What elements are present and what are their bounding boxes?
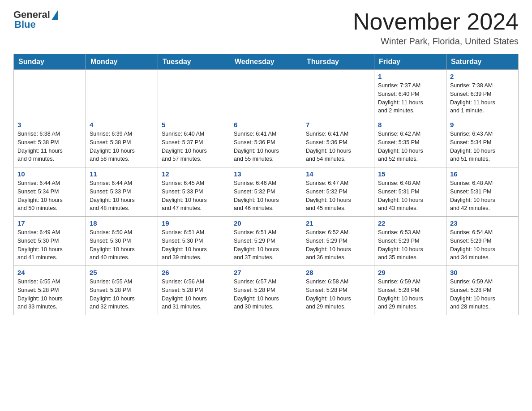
day-info: Sunrise: 6:46 AMSunset: 5:32 PMDaylight:…	[234, 179, 298, 213]
day-info: Sunrise: 6:41 AMSunset: 5:36 PMDaylight:…	[306, 130, 370, 163]
day-info: Sunrise: 6:44 AMSunset: 5:33 PMDaylight:…	[90, 179, 154, 213]
day-info: Sunrise: 6:52 AMSunset: 5:29 PMDaylight:…	[306, 228, 370, 262]
day-number: 4	[90, 121, 154, 128]
weekday-header-row: SundayMondayTuesdayWednesdayThursdayFrid…	[14, 54, 519, 70]
calendar-cell: 21Sunrise: 6:52 AMSunset: 5:29 PMDayligh…	[302, 217, 374, 266]
calendar-cell: 18Sunrise: 6:50 AMSunset: 5:30 PMDayligh…	[86, 217, 158, 266]
calendar-cell	[158, 70, 230, 118]
day-info: Sunrise: 6:48 AMSunset: 5:31 PMDaylight:…	[378, 179, 442, 213]
calendar-cell: 6Sunrise: 6:41 AMSunset: 5:36 PMDaylight…	[230, 118, 302, 167]
day-number: 6	[234, 121, 298, 128]
day-info: Sunrise: 6:40 AMSunset: 5:37 PMDaylight:…	[162, 130, 226, 163]
calendar-cell: 19Sunrise: 6:51 AMSunset: 5:30 PMDayligh…	[158, 217, 230, 266]
calendar-cell: 1Sunrise: 7:37 AMSunset: 6:40 PMDaylight…	[374, 70, 446, 118]
calendar-cell: 7Sunrise: 6:41 AMSunset: 5:36 PMDaylight…	[302, 118, 374, 167]
day-info: Sunrise: 6:47 AMSunset: 5:32 PMDaylight:…	[306, 179, 370, 213]
day-number: 27	[234, 269, 298, 276]
calendar-cell: 11Sunrise: 6:44 AMSunset: 5:33 PMDayligh…	[86, 167, 158, 217]
calendar-cell: 26Sunrise: 6:56 AMSunset: 5:28 PMDayligh…	[158, 266, 230, 315]
week-row-2: 10Sunrise: 6:44 AMSunset: 5:34 PMDayligh…	[14, 167, 519, 217]
day-number: 20	[234, 219, 298, 227]
page-header: General Blue November 2024 Winter Park, …	[13, 9, 519, 47]
calendar-cell: 20Sunrise: 6:51 AMSunset: 5:29 PMDayligh…	[230, 217, 302, 266]
day-number: 26	[162, 269, 226, 276]
calendar-cell: 8Sunrise: 6:42 AMSunset: 5:35 PMDaylight…	[374, 118, 446, 167]
calendar-cell: 27Sunrise: 6:57 AMSunset: 5:28 PMDayligh…	[230, 266, 302, 315]
day-info: Sunrise: 6:59 AMSunset: 5:28 PMDaylight:…	[450, 278, 515, 311]
calendar-cell	[14, 70, 86, 118]
weekday-header-wednesday: Wednesday	[230, 54, 302, 70]
calendar-cell: 29Sunrise: 6:59 AMSunset: 5:28 PMDayligh…	[374, 266, 446, 315]
day-number: 13	[234, 170, 298, 178]
day-number: 30	[450, 269, 515, 276]
calendar-cell: 13Sunrise: 6:46 AMSunset: 5:32 PMDayligh…	[230, 167, 302, 217]
day-number: 12	[162, 170, 226, 178]
calendar-cell: 3Sunrise: 6:38 AMSunset: 5:38 PMDaylight…	[14, 118, 86, 167]
calendar-cell: 15Sunrise: 6:48 AMSunset: 5:31 PMDayligh…	[374, 167, 446, 217]
day-number: 10	[17, 170, 82, 178]
calendar-cell: 23Sunrise: 6:54 AMSunset: 5:29 PMDayligh…	[446, 217, 519, 266]
day-number: 11	[90, 170, 154, 178]
day-number: 22	[378, 219, 442, 227]
calendar-cell: 4Sunrise: 6:39 AMSunset: 5:38 PMDaylight…	[86, 118, 158, 167]
day-number: 25	[90, 269, 154, 276]
calendar-cell	[302, 70, 374, 118]
calendar-cell: 24Sunrise: 6:55 AMSunset: 5:28 PMDayligh…	[14, 266, 86, 315]
day-number: 1	[378, 73, 442, 80]
calendar-cell: 22Sunrise: 6:53 AMSunset: 5:29 PMDayligh…	[374, 217, 446, 266]
day-info: Sunrise: 6:44 AMSunset: 5:34 PMDaylight:…	[17, 179, 82, 213]
day-info: Sunrise: 6:54 AMSunset: 5:29 PMDaylight:…	[450, 228, 515, 262]
weekday-header-monday: Monday	[86, 54, 158, 70]
day-number: 16	[450, 170, 515, 178]
day-number: 9	[450, 121, 515, 128]
day-number: 15	[378, 170, 442, 178]
day-number: 21	[306, 219, 370, 227]
week-row-4: 24Sunrise: 6:55 AMSunset: 5:28 PMDayligh…	[14, 266, 519, 315]
calendar-cell: 28Sunrise: 6:58 AMSunset: 5:28 PMDayligh…	[302, 266, 374, 315]
day-info: Sunrise: 6:41 AMSunset: 5:36 PMDaylight:…	[234, 130, 298, 163]
day-info: Sunrise: 6:49 AMSunset: 5:30 PMDaylight:…	[17, 228, 82, 262]
week-row-3: 17Sunrise: 6:49 AMSunset: 5:30 PMDayligh…	[14, 217, 519, 266]
calendar-cell	[230, 70, 302, 118]
day-number: 5	[162, 121, 226, 128]
day-number: 8	[378, 121, 442, 128]
calendar-cell: 17Sunrise: 6:49 AMSunset: 5:30 PMDayligh…	[14, 217, 86, 266]
calendar-cell: 14Sunrise: 6:47 AMSunset: 5:32 PMDayligh…	[302, 167, 374, 217]
calendar-cell: 2Sunrise: 7:38 AMSunset: 6:39 PMDaylight…	[446, 70, 519, 118]
day-info: Sunrise: 6:51 AMSunset: 5:30 PMDaylight:…	[162, 228, 226, 262]
calendar-cell: 30Sunrise: 6:59 AMSunset: 5:28 PMDayligh…	[446, 266, 519, 315]
day-info: Sunrise: 6:55 AMSunset: 5:28 PMDaylight:…	[90, 278, 154, 311]
day-number: 14	[306, 170, 370, 178]
weekday-header-friday: Friday	[374, 54, 446, 70]
week-row-0: 1Sunrise: 7:37 AMSunset: 6:40 PMDaylight…	[14, 70, 519, 118]
day-info: Sunrise: 6:58 AMSunset: 5:28 PMDaylight:…	[306, 278, 370, 311]
day-info: Sunrise: 6:55 AMSunset: 5:28 PMDaylight:…	[17, 278, 82, 311]
calendar-table: SundayMondayTuesdayWednesdayThursdayFrid…	[13, 54, 519, 315]
day-info: Sunrise: 6:42 AMSunset: 5:35 PMDaylight:…	[378, 130, 442, 163]
day-info: Sunrise: 6:53 AMSunset: 5:29 PMDaylight:…	[378, 228, 442, 262]
week-row-1: 3Sunrise: 6:38 AMSunset: 5:38 PMDaylight…	[14, 118, 519, 167]
day-info: Sunrise: 6:38 AMSunset: 5:38 PMDaylight:…	[17, 130, 82, 163]
day-number: 7	[306, 121, 370, 128]
logo-triangle-icon	[51, 10, 58, 20]
day-info: Sunrise: 7:37 AMSunset: 6:40 PMDaylight:…	[378, 81, 442, 115]
day-number: 29	[378, 269, 442, 276]
weekday-header-saturday: Saturday	[446, 54, 519, 70]
weekday-header-thursday: Thursday	[302, 54, 374, 70]
day-number: 24	[17, 269, 82, 276]
day-number: 28	[306, 269, 370, 276]
calendar-cell: 25Sunrise: 6:55 AMSunset: 5:28 PMDayligh…	[86, 266, 158, 315]
day-info: Sunrise: 6:50 AMSunset: 5:30 PMDaylight:…	[90, 228, 154, 262]
day-info: Sunrise: 6:59 AMSunset: 5:28 PMDaylight:…	[378, 278, 442, 311]
day-info: Sunrise: 6:39 AMSunset: 5:38 PMDaylight:…	[90, 130, 154, 163]
day-info: Sunrise: 7:38 AMSunset: 6:39 PMDaylight:…	[450, 81, 515, 115]
title-area: November 2024 Winter Park, Florida, Unit…	[353, 9, 519, 47]
weekday-header-tuesday: Tuesday	[158, 54, 230, 70]
calendar-cell: 12Sunrise: 6:45 AMSunset: 5:33 PMDayligh…	[158, 167, 230, 217]
day-info: Sunrise: 6:48 AMSunset: 5:31 PMDaylight:…	[450, 179, 515, 213]
calendar-cell: 10Sunrise: 6:44 AMSunset: 5:34 PMDayligh…	[14, 167, 86, 217]
day-number: 2	[450, 73, 515, 80]
month-title: November 2024	[353, 9, 519, 34]
logo: General Blue	[13, 9, 58, 30]
calendar-cell: 5Sunrise: 6:40 AMSunset: 5:37 PMDaylight…	[158, 118, 230, 167]
